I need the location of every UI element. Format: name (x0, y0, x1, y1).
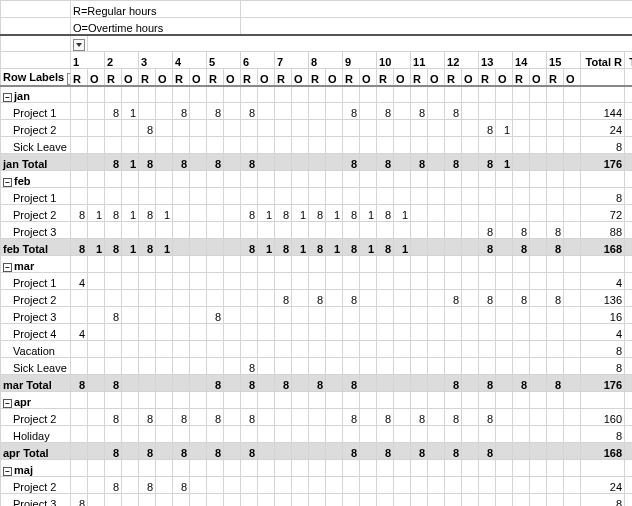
total-r-cell[interactable]: 136 (581, 290, 625, 307)
o-total-cell[interactable] (496, 239, 513, 256)
o-cell[interactable] (360, 120, 377, 137)
o-cell[interactable] (156, 358, 173, 375)
r-cell[interactable] (411, 307, 428, 324)
r-cell[interactable] (207, 494, 224, 507)
o-cell[interactable] (122, 477, 139, 494)
o-total-cell[interactable] (530, 443, 547, 460)
cell[interactable] (326, 86, 343, 103)
r-cell[interactable] (309, 409, 326, 426)
total-r-cell[interactable]: 88 (581, 222, 625, 239)
r-cell[interactable] (445, 358, 462, 375)
o-cell[interactable] (462, 188, 479, 205)
cell[interactable] (547, 460, 564, 477)
o-cell[interactable] (224, 324, 241, 341)
o-cell[interactable] (156, 494, 173, 507)
o-total-cell[interactable] (326, 375, 343, 392)
cell[interactable] (241, 18, 632, 35)
r-cell[interactable] (377, 222, 394, 239)
month-total-label[interactable]: mar Total (1, 375, 71, 392)
o-cell[interactable] (190, 290, 207, 307)
r-cell[interactable] (105, 494, 122, 507)
o-header[interactable]: O (292, 69, 309, 86)
o-total-cell[interactable] (224, 443, 241, 460)
r-cell[interactable] (309, 120, 326, 137)
o-cell[interactable] (190, 120, 207, 137)
o-header[interactable]: O (530, 69, 547, 86)
r-cell[interactable] (275, 409, 292, 426)
cell[interactable] (343, 256, 360, 273)
r-total-cell[interactable]: 8 (479, 154, 496, 171)
o-cell[interactable] (394, 477, 411, 494)
cell[interactable] (496, 392, 513, 409)
o-cell[interactable] (360, 290, 377, 307)
r-cell[interactable] (241, 494, 258, 507)
r-total-cell[interactable] (173, 239, 190, 256)
o-header[interactable]: O (564, 69, 581, 86)
cell[interactable] (377, 171, 394, 188)
cell[interactable] (428, 86, 445, 103)
o-cell[interactable] (292, 409, 309, 426)
cell[interactable] (275, 256, 292, 273)
r-total-cell[interactable] (275, 154, 292, 171)
day-header[interactable]: 8 (309, 52, 343, 69)
o-cell[interactable] (156, 477, 173, 494)
r-cell[interactable] (275, 103, 292, 120)
o-cell[interactable] (496, 358, 513, 375)
o-cell[interactable] (428, 273, 445, 290)
o-cell[interactable] (292, 137, 309, 154)
r-cell[interactable] (513, 494, 530, 507)
r-total-cell[interactable]: 8 (343, 154, 360, 171)
o-cell[interactable] (462, 290, 479, 307)
r-cell[interactable]: 8 (513, 222, 530, 239)
r-total-cell[interactable]: 8 (139, 154, 156, 171)
o-cell[interactable] (326, 222, 343, 239)
cell[interactable] (411, 460, 428, 477)
r-cell[interactable] (275, 188, 292, 205)
o-cell[interactable] (428, 409, 445, 426)
o-cell[interactable] (156, 426, 173, 443)
r-total-cell[interactable]: 8 (241, 375, 258, 392)
r-cell[interactable] (71, 358, 88, 375)
r-cell[interactable] (105, 341, 122, 358)
r-cell[interactable]: 8 (479, 222, 496, 239)
r-total-cell[interactable] (207, 239, 224, 256)
r-cell[interactable] (411, 494, 428, 507)
o-total-cell[interactable] (292, 443, 309, 460)
r-cell[interactable]: 8 (377, 103, 394, 120)
o-cell[interactable] (496, 324, 513, 341)
o-cell[interactable] (462, 409, 479, 426)
r-cell[interactable] (241, 188, 258, 205)
o-cell[interactable] (530, 222, 547, 239)
r-cell[interactable] (275, 358, 292, 375)
cell[interactable] (156, 86, 173, 103)
cell[interactable] (445, 86, 462, 103)
row-labels-header[interactable]: Row Labels (1, 69, 71, 86)
month-total-label[interactable]: apr Total (1, 443, 71, 460)
r-cell[interactable] (411, 477, 428, 494)
o-cell[interactable] (462, 205, 479, 222)
r-cell[interactable] (207, 222, 224, 239)
r-total-cell[interactable]: 8 (377, 154, 394, 171)
total-r-cell[interactable]: 16 (581, 307, 625, 324)
o-cell[interactable] (224, 426, 241, 443)
day-header[interactable]: 1 (71, 52, 105, 69)
r-cell[interactable] (411, 205, 428, 222)
total-r-cell[interactable]: 24 (581, 120, 625, 137)
project-label[interactable]: Project 1 (1, 188, 71, 205)
r-cell[interactable] (445, 188, 462, 205)
r-cell[interactable] (343, 307, 360, 324)
r-cell[interactable] (309, 341, 326, 358)
r-cell[interactable] (377, 477, 394, 494)
total-o-cell[interactable] (625, 273, 632, 290)
r-cell[interactable] (309, 358, 326, 375)
cell[interactable] (547, 392, 564, 409)
r-cell[interactable] (241, 273, 258, 290)
r-cell[interactable] (207, 137, 224, 154)
r-cell[interactable] (207, 290, 224, 307)
r-cell[interactable]: 8 (445, 409, 462, 426)
r-cell[interactable] (513, 341, 530, 358)
o-total-cell[interactable] (428, 239, 445, 256)
o-cell[interactable] (360, 103, 377, 120)
o-cell[interactable] (292, 120, 309, 137)
o-header[interactable]: O (258, 69, 275, 86)
